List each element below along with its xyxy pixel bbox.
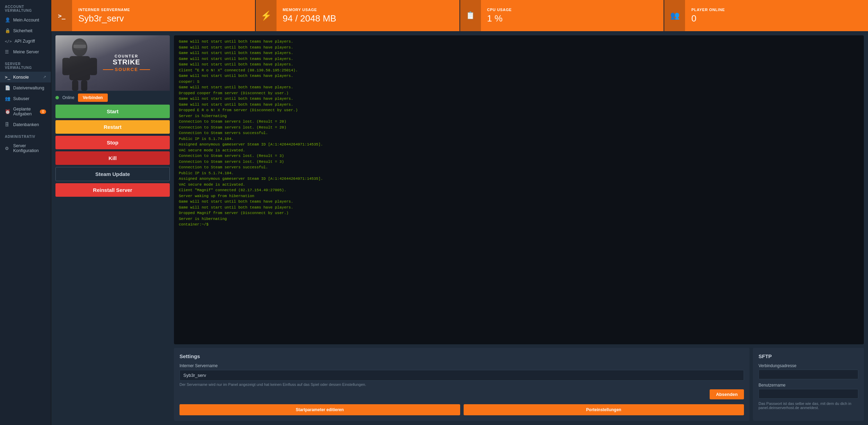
sidebar-item-sicherheit[interactable]: 🔒 Sicherheit [0, 25, 51, 36]
users-icon: 👥 [5, 96, 10, 101]
sidebar-label-konsole: Konsole [13, 75, 29, 80]
porteinst-button[interactable]: Porteinstellungen [464, 404, 744, 415]
sidebar-item-api-zugriff[interactable]: </> API Zugriff [0, 36, 51, 46]
database-icon: 🗄 [5, 122, 10, 127]
console-line: Assigned anonymous gameserver Steam ID [… [179, 176, 859, 182]
stat-content-cpu: CPU USAGE 1 % [481, 0, 664, 31]
sidebar-label-dateiverwaltung: Dateiverwaltung [13, 86, 44, 90]
sidebar-item-dateiverwaltung[interactable]: 📄 Dateiverwaltung [0, 82, 51, 93]
console-line: cooper: S [179, 79, 859, 85]
console-line: Game will not start until both teams hav… [179, 199, 859, 205]
stat-icon-memory: ⚡ [256, 0, 277, 31]
main-content: >_ INTERNER SERVERNAME Syb3r_serv ⚡ MEMO… [51, 0, 868, 425]
restart-button[interactable]: Restart [55, 120, 170, 134]
console-line: Dropped cooper from server (Disconnect b… [179, 90, 859, 96]
sftp-benutzername-label: Benutzername [759, 383, 858, 388]
stat-label-memory: MEMORY USAGE [283, 8, 453, 12]
stop-button[interactable]: Stop [55, 136, 170, 149]
sftp-verbindungsadresse-value [759, 370, 858, 379]
console-line: Game will not start until both teams hav… [179, 45, 859, 51]
cs-image-background: COUNTER STRIKE SOURCE [55, 35, 170, 91]
sidebar-label-datenbanken: Datenbanken [13, 122, 39, 127]
settings-title: Settings [179, 353, 744, 359]
console-line: Server is hibernating [179, 113, 859, 119]
console-line: Client "Magnif" connected (82.17.154.49:… [179, 187, 859, 193]
content-area: COUNTER STRIKE SOURCE Online Verbinden S… [51, 31, 868, 425]
stat-value-players: 0 [691, 13, 862, 24]
console-line: Connection to Steam servers lost. (Resul… [179, 125, 859, 131]
clock-icon: ⏰ [5, 109, 10, 114]
server-section-label: SERVER VERWALTUNG [0, 57, 51, 72]
svg-rect-2 [62, 58, 70, 75]
settings-hint: Der Servername wird nur im Panel angezei… [179, 382, 744, 387]
stat-icon-players: 👥 [664, 0, 685, 31]
console-line: Game will not start until both teams hav… [179, 85, 859, 90]
console-line: Public IP is 5.1.74.104. [179, 170, 859, 176]
console-line: Game will not start until both teams hav… [179, 56, 859, 62]
kill-button[interactable]: Kill [55, 151, 170, 165]
admin-section-label: ADMINISTRATIV [0, 130, 51, 141]
sidebar-item-server-konfiguration[interactable]: ⚙ Server Konfiguration [0, 141, 51, 156]
bottom-row: Settings Interner Servername Der Servern… [174, 348, 864, 421]
console-line: container:~/$ [179, 222, 859, 228]
console-output[interactable]: Game will not start until both teams hav… [174, 35, 864, 344]
stat-content-memory: MEMORY USAGE 94 / 2048 MB [277, 0, 459, 31]
stat-icon-terminal: >_ [51, 0, 72, 31]
stat-content-servername: INTERNER SERVERNAME Syb3r_serv [72, 0, 255, 31]
sidebar-label-server-konfiguration: Server Konfiguration [13, 143, 46, 153]
external-link-icon: ↗ [43, 75, 46, 79]
console-line: Connection to Steam servers lost. (Resul… [179, 119, 859, 125]
sftp-benutzername-value [759, 389, 858, 399]
start-button[interactable]: Start [55, 105, 170, 118]
right-panel: Game will not start until both teams hav… [174, 35, 864, 421]
absenden-button[interactable]: Absenden [710, 389, 744, 399]
sftp-verbindungsadresse-label: Verbindungsadresse [759, 363, 858, 368]
left-panel: COUNTER STRIKE SOURCE Online Verbinden S… [55, 35, 170, 421]
sftp-panel: SFTP Verbindungsadresse Benutzername Das… [753, 348, 864, 421]
console-line: VAC secure mode is activated. [179, 148, 859, 153]
console-line: Connection to Steam servers successful. [179, 165, 859, 170]
console-line: Connection to Steam servers successful. [179, 130, 859, 136]
account-section-label: ACCOUNT VERWALTUNG [0, 0, 51, 15]
stat-label-servername: INTERNER SERVERNAME [78, 8, 249, 12]
sidebar-item-geplante-aufgaben[interactable]: ⏰ Geplante Aufgaben 0 [0, 104, 51, 119]
sidebar-item-mein-account[interactable]: 👤 Mein Account [0, 15, 51, 25]
sidebar-label-mein-account: Mein Account [13, 18, 39, 23]
settings-servername-label: Interner Servername [179, 363, 744, 368]
console-line: Game will not start until both teams hav… [179, 50, 859, 56]
stat-card-servername: >_ INTERNER SERVERNAME Syb3r_serv [51, 0, 256, 31]
sidebar-label-meine-server: Meine Server [13, 50, 39, 54]
sidebar-label-subuser: Subuser [13, 96, 29, 101]
console-icon: >_ [5, 74, 10, 80]
server-list-icon: ☰ [5, 49, 10, 54]
console-line: Game will not start until both teams hav… [179, 96, 859, 102]
stat-label-players: PLAYER ONLINE [691, 8, 862, 12]
console-line: Public IP is 5.1.74.104. [179, 136, 859, 142]
sidebar-label-api-zugriff: API Zugriff [15, 39, 35, 44]
startparam-button[interactable]: Startparameter editieren [179, 404, 460, 415]
sidebar: ACCOUNT VERWALTUNG 👤 Mein Account 🔒 Sich… [0, 0, 51, 425]
console-line: Game will not start until both teams hav… [179, 39, 859, 45]
reinstall-button[interactable]: Reinstall Server [55, 183, 170, 197]
api-icon: </> [5, 39, 12, 44]
steam-update-button[interactable]: Steam Update [55, 167, 170, 181]
console-line: Game will not start until both teams hav… [179, 62, 859, 68]
stat-value-cpu: 1 % [487, 13, 658, 24]
sidebar-item-datenbanken[interactable]: 🗄 Datenbanken [0, 119, 51, 130]
settings-servername-input[interactable] [179, 370, 744, 381]
stat-value-servername: Syb3r_serv [78, 13, 249, 24]
console-line: VAC secure mode is activated. [179, 182, 859, 188]
soldier-silhouette [59, 37, 100, 91]
sidebar-item-subuser[interactable]: 👥 Subuser [0, 93, 51, 104]
sidebar-item-konsole[interactable]: >_ Konsole ↗ [0, 72, 51, 82]
user-icon: 👤 [5, 17, 10, 23]
console-line: Dropped E R o N! X from server (Disconne… [179, 107, 859, 113]
status-text: Online [62, 95, 74, 100]
verbinden-button[interactable]: Verbinden [78, 94, 108, 102]
stat-cards: >_ INTERNER SERVERNAME Syb3r_serv ⚡ MEMO… [51, 0, 868, 31]
stat-label-cpu: CPU USAGE [487, 8, 658, 12]
settings-panel: Settings Interner Servername Der Servern… [174, 348, 749, 421]
status-bar: Online Verbinden [55, 91, 170, 105]
svg-rect-7 [73, 45, 86, 48]
sidebar-item-meine-server[interactable]: ☰ Meine Server [0, 46, 51, 57]
